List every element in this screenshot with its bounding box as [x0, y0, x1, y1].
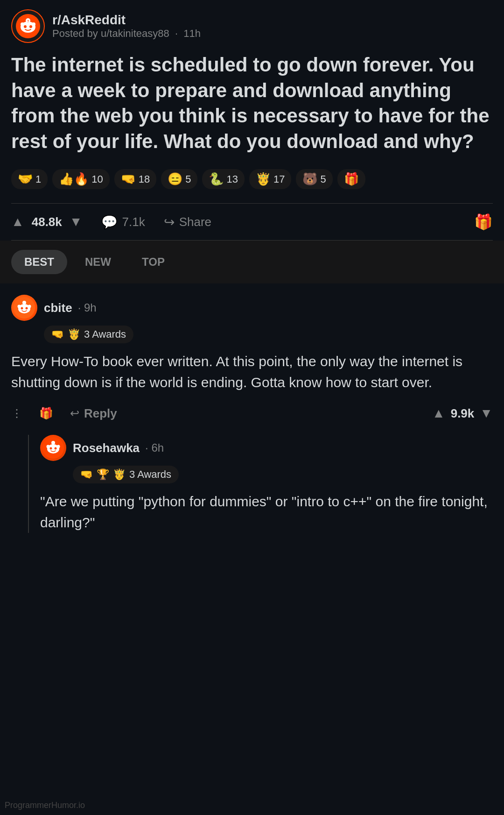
- watermark: ProgrammerHumor.io: [5, 801, 85, 810]
- comment-award-badge[interactable]: 🤜 🤴 3 Awards: [44, 326, 133, 343]
- post-actions: ▲ 48.8k ▼ 💬 7.1k ↪ Share 🎁: [11, 203, 493, 241]
- award-badge-8[interactable]: 🎁: [337, 169, 365, 189]
- vote-count: 48.8k: [32, 215, 62, 229]
- svg-point-21: [50, 447, 52, 450]
- svg-point-14: [22, 301, 26, 305]
- subreddit-avatar[interactable]: ?: [11, 9, 45, 43]
- comment-vote-count: 9.9k: [451, 406, 475, 421]
- award-count-4: 5: [185, 173, 191, 185]
- reply-award-badge[interactable]: 🤜 🏆 🤴 3 Awards: [73, 466, 179, 483]
- comments-button[interactable]: 💬 7.1k: [101, 214, 145, 230]
- award-count-5: 13: [226, 173, 238, 185]
- award-emoji-5: 🐍: [209, 172, 224, 186]
- award-count-2: 10: [91, 173, 103, 185]
- comment-awards-wrapper: 🤜 🤴 3 Awards: [44, 326, 493, 343]
- comment-username[interactable]: cbite: [44, 301, 72, 315]
- post-info: Posted by u/takiniteasy88 · 11h: [52, 28, 201, 40]
- comment-icon: 💬: [101, 214, 118, 230]
- share-icon: ↪: [164, 214, 175, 230]
- svg-text:?: ?: [27, 20, 29, 23]
- award-badge[interactable]: 🤝 1: [11, 169, 48, 189]
- reply-award-icon-1: 🤜: [80, 468, 93, 481]
- downvote-button[interactable]: ▼: [70, 214, 83, 229]
- comment-avatar: [11, 295, 37, 321]
- award-badge-7[interactable]: 🐻 5: [296, 169, 332, 189]
- award-icon-2: 🤴: [68, 328, 80, 340]
- award-emoji-2: 👍🔥: [59, 172, 89, 186]
- comment-actions: ⋮ 🎁 ↩ Reply ▲ 9.9k ▼: [11, 401, 493, 425]
- award-badge-5[interactable]: 🐍 13: [202, 169, 244, 189]
- comment-downvote-button[interactable]: ▼: [480, 406, 493, 421]
- comment-time: · 9h: [78, 301, 97, 314]
- reply-award-icon-3: 🤴: [113, 468, 126, 481]
- comments-count: 7.1k: [122, 215, 145, 229]
- more-options-button[interactable]: ⋮: [11, 407, 22, 420]
- award-emoji-8: 🎁: [344, 172, 359, 186]
- reply-text: "Are we putting "python for dummies" or …: [40, 491, 493, 533]
- award-count-1: 1: [35, 173, 41, 185]
- share-button[interactable]: ↪ Share: [164, 214, 211, 230]
- reddit-logo-icon: ?: [16, 14, 40, 38]
- svg-point-2: [24, 25, 27, 28]
- upvote-button[interactable]: ▲: [11, 214, 24, 229]
- svg-point-3: [29, 25, 32, 28]
- snoo-avatar-icon: [14, 297, 35, 319]
- award-count-label: 3 Awards: [84, 328, 126, 340]
- reply-award-count-label: 3 Awards: [129, 468, 171, 481]
- comment-user-info: cbite · 9h: [44, 301, 97, 315]
- reply-button[interactable]: ↩ Reply: [70, 406, 117, 421]
- reply-header: Rosehawka · 6h: [40, 435, 493, 461]
- award-badge-4[interactable]: 😑 5: [161, 169, 197, 189]
- reply-award-icon-2: 🏆: [97, 468, 109, 481]
- award-count-7: 5: [320, 173, 326, 185]
- nested-comment: Rosehawka · 6h 🤜 🏆 🤴 3 Awards "Are we pu…: [28, 435, 493, 533]
- post-header: ? r/AskReddit Posted by u/takiniteasy88 …: [11, 9, 493, 43]
- comments-section: cbite · 9h 🤜 🤴 3 Awards Every How-To boo…: [0, 283, 504, 555]
- sort-top-button[interactable]: TOP: [129, 250, 178, 274]
- vote-section: ▲ 48.8k ▼: [11, 214, 83, 229]
- reply-label: Reply: [84, 406, 117, 421]
- sort-new-button[interactable]: NEW: [72, 250, 124, 274]
- svg-point-23: [51, 441, 55, 445]
- reply-avatar: [40, 435, 66, 461]
- award-emoji-7: 🐻: [302, 172, 317, 186]
- comment-text: Every How-To book ever written. At this …: [11, 351, 493, 393]
- award-icon-1: 🤜: [51, 328, 64, 340]
- sort-bar: BEST NEW TOP: [0, 241, 504, 283]
- svg-point-12: [21, 307, 23, 310]
- share-label: Share: [179, 215, 211, 229]
- award-badge-2[interactable]: 👍🔥 10: [52, 169, 109, 189]
- comment-vote: ▲ 9.9k ▼: [432, 406, 493, 421]
- svg-point-22: [55, 447, 57, 450]
- gift-button[interactable]: 🎁: [474, 213, 493, 231]
- award-emoji-6: 🤴: [256, 172, 271, 186]
- post-container: ? r/AskReddit Posted by u/takiniteasy88 …: [0, 0, 504, 241]
- award-badge-3[interactable]: 🤜 18: [114, 169, 156, 189]
- award-emoji-4: 😑: [168, 172, 182, 186]
- comment-upvote-button[interactable]: ▲: [432, 406, 445, 421]
- awards-row: 🤝 1 👍🔥 10 🤜 18 😑 5 🐍 13 🤴 17 🐻 5 🎁: [11, 169, 493, 189]
- comment-item: cbite · 9h 🤜 🤴 3 Awards Every How-To boo…: [11, 295, 493, 533]
- sort-best-button[interactable]: BEST: [11, 250, 67, 274]
- reply-username[interactable]: Rosehawka: [73, 441, 140, 455]
- comment-header: cbite · 9h: [11, 295, 493, 321]
- snoo-reply-avatar-icon: [42, 437, 64, 459]
- svg-point-13: [26, 307, 28, 310]
- reply-time: · 6h: [145, 441, 164, 454]
- post-title: The internet is scheduled to go down for…: [11, 52, 493, 154]
- post-meta: r/AskReddit Posted by u/takiniteasy88 · …: [52, 13, 201, 40]
- award-count-6: 17: [273, 173, 285, 185]
- reply-awards-wrapper: 🤜 🏆 🤴 3 Awards: [73, 466, 493, 483]
- award-emoji-1: 🤝: [18, 172, 33, 186]
- reply-user-info: Rosehawka · 6h: [73, 441, 164, 455]
- comment-gift-button[interactable]: 🎁: [39, 407, 53, 420]
- award-emoji-3: 🤜: [121, 172, 136, 186]
- award-badge-6[interactable]: 🤴 17: [249, 169, 291, 189]
- subreddit-name[interactable]: r/AskReddit: [52, 13, 201, 28]
- award-count-3: 18: [139, 173, 150, 185]
- reply-icon: ↩: [70, 407, 79, 420]
